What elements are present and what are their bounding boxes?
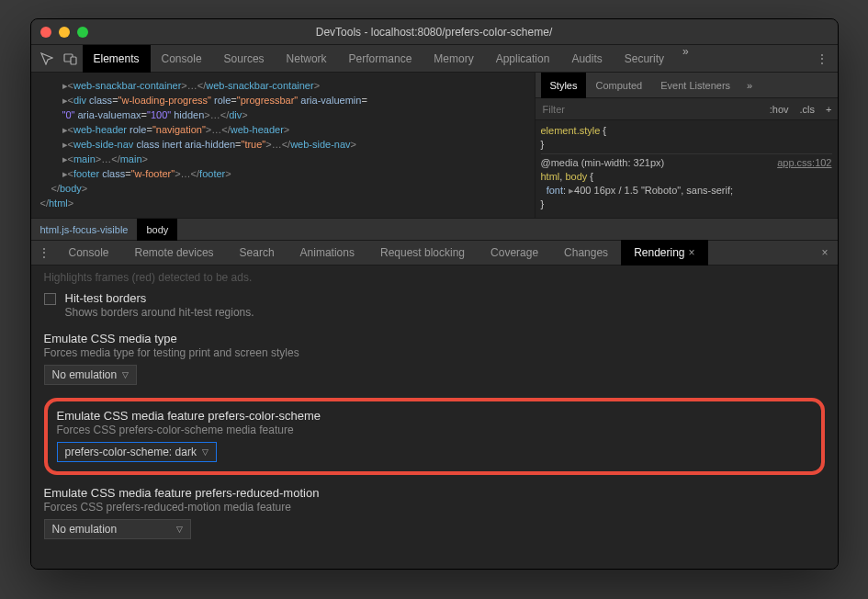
close-tab-icon[interactable]: × (689, 240, 695, 266)
side-tab-computed[interactable]: Computed (586, 73, 651, 98)
rendering-panel: Highlights frames (red) detected to be a… (31, 266, 838, 569)
devtools-window: DevTools - localhost:8080/prefers-color-… (30, 18, 839, 570)
reduced-motion-label: Emulate CSS media feature prefers-reduce… (44, 486, 825, 500)
media-type-desc: Forces media type for testing print and … (44, 346, 825, 359)
media-type-option: Emulate CSS media type Forces media type… (44, 332, 825, 385)
crumb-html[interactable]: html.js-focus-visible (31, 219, 138, 241)
hit-test-desc: Shows borders around hit-test regions. (65, 306, 254, 319)
tab-performance[interactable]: Performance (338, 45, 423, 73)
tab-sources[interactable]: Sources (213, 45, 276, 73)
main-toolbar: Elements Console Sources Network Perform… (31, 45, 838, 73)
maximize-window-button[interactable] (77, 27, 88, 38)
minimize-window-button[interactable] (59, 27, 70, 38)
style-filter-input[interactable] (535, 104, 764, 115)
hit-test-checkbox[interactable] (44, 293, 56, 305)
close-drawer-icon[interactable]: × (812, 246, 837, 259)
svg-rect-1 (71, 57, 76, 64)
cls-toggle[interactable]: .cls (795, 104, 821, 115)
drawer-tab-request-blocking[interactable]: Request blocking (367, 240, 478, 266)
device-toggle-icon[interactable] (59, 47, 83, 71)
more-tabs-icon[interactable]: » (675, 45, 696, 73)
side-tab-event-listeners[interactable]: Event Listeners (651, 73, 739, 98)
new-style-rule-icon[interactable]: + (820, 104, 837, 115)
reduced-motion-select[interactable]: No emulation▽ (44, 519, 191, 539)
titlebar: DevTools - localhost:8080/prefers-color-… (31, 19, 838, 45)
traffic-lights (40, 27, 88, 38)
media-type-label: Emulate CSS media type (44, 332, 825, 345)
source-link[interactable]: app.css:102 (777, 156, 831, 170)
tab-audits[interactable]: Audits (560, 45, 613, 73)
drawer-tab-coverage[interactable]: Coverage (478, 240, 551, 266)
drawer-menu-icon[interactable]: ⋮ (31, 246, 56, 259)
chevron-down-icon: ▽ (122, 370, 129, 379)
color-scheme-desc: Forces CSS prefers-color-scheme media fe… (57, 424, 812, 436)
chevron-down-icon: ▽ (202, 447, 209, 457)
styles-pane: Styles Computed Event Listeners » :hov .… (535, 73, 838, 218)
close-window-button[interactable] (40, 27, 51, 38)
main-tabs: Elements Console Sources Network Perform… (83, 45, 809, 73)
main-panel: ▸<web-snackbar-container>…</web-snackbar… (31, 73, 838, 218)
reduced-motion-option: Emulate CSS media feature prefers-reduce… (44, 486, 825, 539)
drawer-tab-animations[interactable]: Animations (287, 240, 367, 266)
tab-console[interactable]: Console (151, 45, 213, 73)
breadcrumb: html.js-focus-visible body (31, 218, 838, 240)
drawer-tab-search[interactable]: Search (227, 240, 287, 266)
styles-content[interactable]: element.style {} app.css:102 @media (min… (535, 120, 838, 218)
crumb-body[interactable]: body (137, 219, 177, 241)
drawer-tabs: ⋮ Console Remote devices Search Animatio… (31, 240, 838, 266)
side-tabs: Styles Computed Event Listeners » (535, 73, 838, 98)
filter-bar: :hov .cls + (535, 98, 838, 120)
tab-elements[interactable]: Elements (83, 45, 151, 73)
drawer-tab-remote-devices[interactable]: Remote devices (122, 240, 227, 266)
more-side-tabs-icon[interactable]: » (739, 80, 760, 91)
hit-test-label: Hit-test borders (65, 291, 254, 305)
side-tab-styles[interactable]: Styles (541, 73, 587, 98)
inspect-icon[interactable] (35, 47, 59, 71)
dom-tree[interactable]: ▸<web-snackbar-container>…</web-snackbar… (31, 73, 535, 218)
hov-toggle[interactable]: :hov (764, 104, 795, 115)
tab-memory[interactable]: Memory (423, 45, 484, 73)
tab-security[interactable]: Security (614, 45, 675, 73)
highlight-box: Emulate CSS media feature prefers-color-… (44, 398, 825, 475)
drawer-tab-changes[interactable]: Changes (551, 240, 621, 266)
window-title: DevTools - localhost:8080/prefers-color-… (31, 26, 838, 39)
color-scheme-label: Emulate CSS media feature prefers-color-… (57, 409, 812, 423)
drawer-tab-console[interactable]: Console (56, 240, 122, 266)
tab-network[interactable]: Network (276, 45, 338, 73)
tab-application[interactable]: Application (485, 45, 561, 73)
drawer-tab-rendering[interactable]: Rendering× (621, 240, 707, 266)
faded-text: Highlights frames (red) detected to be a… (44, 271, 825, 284)
reduced-motion-desc: Forces CSS prefers-reduced-motion media … (44, 501, 825, 514)
settings-menu-icon[interactable]: ⋮ (809, 52, 834, 65)
media-type-select[interactable]: No emulation▽ (44, 365, 138, 385)
hit-test-option: Hit-test borders Shows borders around hi… (44, 291, 825, 319)
chevron-down-icon: ▽ (176, 525, 183, 534)
color-scheme-select[interactable]: prefers-color-scheme: dark▽ (57, 442, 217, 462)
